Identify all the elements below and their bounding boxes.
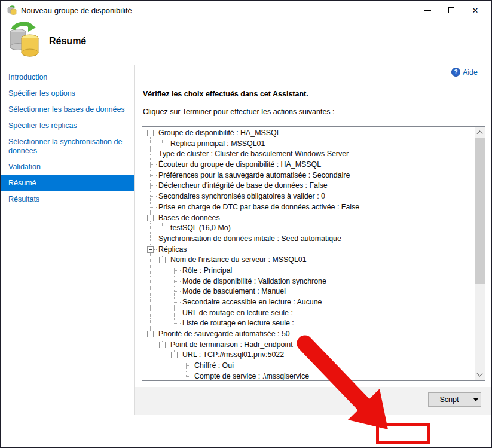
tree-row[interactable]: URL de routage en lecture seule : — [145, 308, 475, 319]
tree-item-label: Rôle : Principal — [182, 266, 232, 276]
tree-collapse-toggle[interactable] — [159, 257, 166, 263]
sidebar-item-validation[interactable]: Validation — [1, 159, 134, 175]
tree-row[interactable]: Mode de disponibilité : Validation synch… — [145, 276, 475, 287]
tree-connector — [169, 266, 181, 276]
summary-instruction: Cliquez sur Terminer pour effectuer les … — [143, 108, 335, 116]
tree-guide — [145, 371, 157, 380]
tree-connector — [157, 255, 169, 266]
tree-row[interactable]: Prise en charge de DTC par base de donné… — [145, 202, 475, 213]
tree-connector — [145, 245, 157, 255]
tree-row[interactable]: Groupe de disponibilité : HA_MSSQL — [145, 128, 475, 139]
tree-collapse-toggle[interactable] — [147, 215, 154, 221]
tree-row[interactable]: Rôle : Principal — [145, 266, 475, 276]
script-dropdown-button[interactable] — [470, 393, 481, 406]
title-bar: Nouveau groupe de disponibilité ✕ — [1, 1, 491, 19]
sidebar-item-specifier-les-replicas[interactable]: Spécifier les réplicas — [1, 118, 134, 134]
tree-row[interactable]: Réplicas — [145, 245, 475, 255]
minimize-button[interactable] — [415, 1, 439, 19]
tree-guide — [145, 139, 157, 150]
tree-connector — [145, 329, 157, 340]
tree-guide — [157, 276, 169, 287]
sidebar-nav: IntroductionSpécifier les optionsSélecti… — [1, 65, 134, 447]
tree-guide — [145, 308, 157, 319]
wizard-header: Résumé — [1, 19, 491, 65]
tree-item-label: Compte de service : .\mssqlservice — [194, 371, 309, 380]
tree-row[interactable]: Mode de basculement : Manuel — [145, 287, 475, 297]
scroll-down-button[interactable] — [475, 370, 485, 380]
tree-item-label: Point de terminaison : Hadr_endpoint — [170, 340, 293, 351]
summary-heading: Vérifiez les choix effectués dans cet As… — [143, 90, 308, 98]
close-button[interactable]: ✕ — [463, 1, 487, 19]
tree-guide — [145, 276, 157, 287]
availability-group-icon — [7, 5, 17, 15]
help-icon: ? — [451, 68, 460, 77]
tree-connector — [157, 139, 169, 150]
tree-row[interactable]: Écouteur du groupe de disponibilité : HA… — [145, 160, 475, 170]
tree-row[interactable]: Nom de l'instance du serveur : MSSQL01 — [145, 255, 475, 266]
tree-item-label: Mode de basculement : Manuel — [182, 287, 286, 297]
maximize-icon — [448, 7, 454, 13]
tree-item-label: Écouteur du groupe de disponibilité : HA… — [158, 160, 321, 170]
tree-row[interactable]: Bases de données — [145, 213, 475, 224]
tree-row[interactable]: Préférences pour la sauvegarde automatis… — [145, 170, 475, 181]
tree-guide — [157, 287, 169, 297]
tree-item-label: Prise en charge de DTC par base de donné… — [158, 202, 359, 213]
scrollbar-thumb[interactable] — [475, 138, 485, 284]
tree-row[interactable]: Chiffré : Oui — [145, 361, 475, 371]
sidebar-item-introduction[interactable]: Introduction — [1, 69, 134, 86]
scroll-up-button[interactable] — [475, 127, 485, 137]
tree-row[interactable]: Type de cluster : Cluster de basculement… — [145, 149, 475, 160]
database-sync-icon — [8, 22, 41, 57]
window-title: Nouveau groupe de disponibilité — [21, 6, 132, 15]
tree-row[interactable]: Point de terminaison : Hadr_endpoint — [145, 340, 475, 351]
tree-row[interactable]: Déclencheur d'intégrité de base de donné… — [145, 181, 475, 191]
tree-collapse-toggle[interactable] — [171, 352, 178, 358]
tree-guide — [145, 266, 157, 276]
main-panel: ? Aide Vérifiez les choix effectués dans… — [135, 65, 491, 447]
tree-connector — [145, 234, 157, 245]
help-link[interactable]: ? Aide — [451, 68, 478, 77]
tree-item-label: Nom de l'instance du serveur : MSSQL01 — [170, 255, 307, 266]
tree-row[interactable]: URL : TCP://mssql01.priv:5022 — [145, 350, 475, 361]
caret-down-icon — [473, 398, 478, 401]
tree-collapse-toggle[interactable] — [159, 342, 166, 348]
tree-connector — [169, 350, 181, 361]
tree-guide — [145, 361, 157, 371]
minimize-icon — [424, 10, 431, 11]
tree-item-label: Mode de disponibilité : Validation synch… — [182, 276, 326, 287]
tree-collapse-toggle[interactable] — [147, 130, 154, 136]
sidebar-item-selectionner-les-bases-de-donnees[interactable]: Sélectionner les bases de données — [1, 102, 134, 118]
tree-item-label: URL de routage en lecture seule : — [182, 308, 293, 319]
tree-connector — [145, 149, 157, 160]
tree-guide — [169, 371, 181, 380]
tree-item-label: Déclencheur d'intégrité de base de donné… — [158, 181, 328, 191]
tree-connector — [169, 297, 181, 308]
tree-row[interactable]: Secondaires synchronisés obligatoires à … — [145, 191, 475, 202]
tree-collapse-toggle[interactable] — [147, 331, 154, 337]
tree-row[interactable]: Synchronisation de données initiale : Se… — [145, 234, 475, 245]
sidebar-item-specifier-les-options[interactable]: Spécifier les options — [1, 86, 134, 102]
tree-row[interactable]: Réplica principal : MSSQL01 — [145, 139, 475, 150]
tree-connector — [145, 202, 157, 213]
page-title: Résumé — [49, 36, 86, 47]
maximize-button[interactable] — [439, 1, 463, 19]
tree-connector — [181, 361, 192, 371]
tree-row[interactable]: Priorité de sauvegarde automatisée : 50 — [145, 329, 475, 340]
tree-row[interactable]: Compte de service : .\mssqlservice — [145, 371, 475, 380]
tree-row[interactable]: Secondaire accessible en lecture : Aucun… — [145, 297, 475, 308]
script-strip: Script — [135, 387, 491, 415]
sidebar-item-resultats[interactable]: Résultats — [1, 191, 134, 208]
tree-item-label: Type de cluster : Cluster de basculement… — [158, 149, 349, 160]
tree-guide — [157, 371, 169, 380]
tree-row[interactable]: testSQL (16,0 Mo) — [145, 223, 475, 234]
script-button[interactable]: Script — [429, 393, 470, 406]
sidebar-item-resume[interactable]: Résumé — [1, 175, 134, 191]
tree-guide — [157, 361, 169, 371]
tree-row[interactable]: Liste de routage en lecture seule : — [145, 318, 475, 329]
script-split-button: Script — [428, 392, 481, 407]
tree-connector — [145, 170, 157, 181]
vertical-scrollbar[interactable] — [475, 127, 485, 380]
tree-item-label: Secondaire accessible en lecture : Aucun… — [182, 297, 322, 308]
tree-collapse-toggle[interactable] — [147, 246, 154, 253]
sidebar-item-selectionner-la-synchronisation-de-donnees[interactable]: Sélectionner la synchronisation de donné… — [1, 134, 134, 159]
